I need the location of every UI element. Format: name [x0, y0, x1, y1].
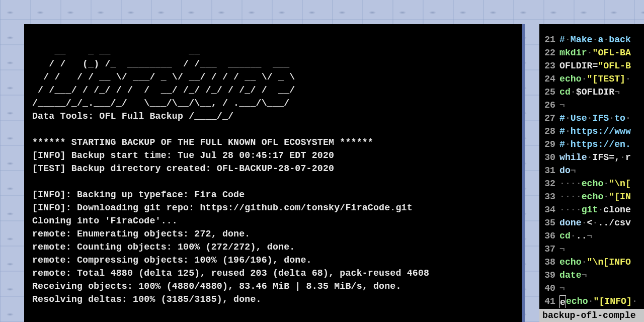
code-text[interactable]: cd·..¬	[559, 229, 593, 243]
line-number: 31	[539, 164, 559, 177]
code-text[interactable]: ····git·clone	[559, 203, 631, 216]
line-number: 34	[539, 203, 559, 216]
code-text[interactable]: OFLDIR="OFL-B	[559, 59, 631, 72]
editor-line[interactable]: 36cd·..¬	[539, 229, 644, 243]
code-text[interactable]: ····echo·"[IN	[559, 190, 631, 203]
code-text[interactable]: #·https://en.	[559, 138, 631, 151]
terminal-window[interactable]: __ _ __ __ / / (_) /_ ________ / /___ __…	[24, 24, 525, 322]
terminal-output: __ _ __ __ / / (_) /_ ________ / /___ __…	[24, 24, 522, 306]
editor-line[interactable]: 39date¬	[539, 269, 644, 282]
code-text[interactable]: while·IFS=,·r	[559, 151, 631, 164]
line-number: 28	[539, 125, 559, 138]
editor-line[interactable]: 33····echo·"[IN	[539, 190, 644, 203]
line-number: 36	[539, 229, 559, 243]
editor-line[interactable]: 26¬	[539, 99, 644, 112]
terminal-line: ****** STARTING BACKUP OF THE FULL KNOWN…	[32, 137, 373, 147]
line-number: 27	[539, 112, 559, 125]
code-text[interactable]: ¬	[559, 243, 565, 256]
editor-line[interactable]: 24echo·"[TEST]·	[539, 72, 644, 86]
terminal-line: remote: Total 4880 (delta 125), reused 2…	[32, 268, 429, 278]
line-number: 25	[539, 86, 559, 99]
code-text[interactable]: #·Use·IFS·to·	[559, 112, 631, 125]
line-number: 29	[539, 138, 559, 151]
editor-line[interactable]: 35done·<·../csv	[539, 216, 644, 229]
terminal-line: Cloning into 'FiraCode'...	[32, 216, 178, 226]
editor-code[interactable]: 21#·Make·a·back22mkdir·"OFL-BA23OFLDIR="…	[539, 24, 644, 308]
editor-line[interactable]: 21#·Make·a·back	[539, 33, 644, 46]
line-number: 24	[539, 72, 559, 86]
line-number: 32	[539, 177, 559, 190]
line-number: 35	[539, 216, 559, 229]
code-text[interactable]: ¬	[559, 99, 565, 112]
terminal-subtitle: Data Tools: OFL Full Backup /____/_/	[32, 111, 233, 121]
terminal-line: remote: Compressing objects: 100% (196/1…	[32, 255, 312, 265]
line-number: 41	[539, 295, 559, 308]
editor-line[interactable]: 28#·https://www	[539, 125, 644, 138]
editor-line[interactable]: 37¬	[539, 243, 644, 256]
line-number: 23	[539, 59, 559, 72]
editor-line[interactable]: 30while·IFS=,·r	[539, 151, 644, 164]
line-number: 21	[539, 33, 559, 46]
terminal-line: remote: Enumerating objects: 272, done.	[32, 229, 250, 239]
code-text[interactable]: ····echo·"\n[	[559, 177, 631, 190]
terminal-line: [INFO]: Backing up typeface: Fira Code	[32, 190, 245, 200]
editor-status-bar: backup-ofl-comple	[539, 309, 644, 322]
editor-cursor: e	[559, 295, 566, 308]
line-number: 22	[539, 46, 559, 59]
editor-line[interactable]: 34····git·clone	[539, 203, 644, 216]
editor-line[interactable]: 27#·Use·IFS·to·	[539, 112, 644, 125]
editor-line[interactable]: 41eecho·"[INFO]·	[539, 295, 644, 308]
editor-line[interactable]: 29#·https://en.	[539, 138, 644, 151]
editor-line[interactable]: 25cd·$OFLDIR¬	[539, 86, 644, 99]
line-number: 40	[539, 282, 559, 295]
code-text[interactable]: mkdir·"OFL-BA	[559, 46, 631, 59]
editor-line[interactable]: 23OFLDIR="OFL-B	[539, 59, 644, 72]
code-text[interactable]: eecho·"[INFO]·	[559, 295, 637, 308]
line-number: 26	[539, 99, 559, 112]
desktop: __ _ __ __ / / (_) /_ ________ / /___ __…	[0, 0, 644, 322]
line-number: 38	[539, 256, 559, 269]
code-text[interactable]: #·https://www	[559, 125, 631, 138]
editor-line[interactable]: 38echo·"\n[INFO	[539, 256, 644, 269]
line-number: 37	[539, 243, 559, 256]
editor-window[interactable]: 21#·Make·a·back22mkdir·"OFL-BA23OFLDIR="…	[539, 24, 644, 322]
editor-line[interactable]: 32····echo·"\n[	[539, 177, 644, 190]
code-text[interactable]: do¬	[559, 164, 576, 177]
code-text[interactable]: echo·"\n[INFO	[559, 256, 631, 269]
editor-line[interactable]: 31do¬	[539, 164, 644, 177]
code-text[interactable]: date¬	[559, 269, 587, 282]
terminal-line: [TEST] Backup directory created: OFL-BAC…	[32, 164, 334, 174]
ascii-art-logo: __ _ __ __ / / (_) /_ ________ / /___ __…	[32, 46, 295, 108]
line-number: 30	[539, 151, 559, 164]
code-text[interactable]: cd·$OFLDIR¬	[559, 86, 620, 99]
terminal-line: [INFO] Backup start time: Tue Jul 28 00:…	[32, 150, 334, 160]
terminal-line: [INFO]: Downloading git repo: https://gi…	[32, 203, 413, 213]
terminal-line: Resolving deltas: 100% (3185/3185), done…	[32, 294, 262, 304]
terminal-line: Receiving objects: 100% (4880/4880), 83.…	[32, 281, 401, 291]
code-text[interactable]: echo·"[TEST]·	[559, 72, 631, 86]
editor-line[interactable]: 40¬	[539, 282, 644, 295]
code-text[interactable]: done·<·../csv	[559, 216, 631, 229]
line-number: 39	[539, 269, 559, 282]
line-number: 33	[539, 190, 559, 203]
terminal-line: remote: Counting objects: 100% (272/272)…	[32, 242, 295, 252]
editor-line[interactable]: 22mkdir·"OFL-BA	[539, 46, 644, 59]
code-text[interactable]: ¬	[559, 282, 565, 295]
code-text[interactable]: #·Make·a·back	[559, 33, 631, 46]
